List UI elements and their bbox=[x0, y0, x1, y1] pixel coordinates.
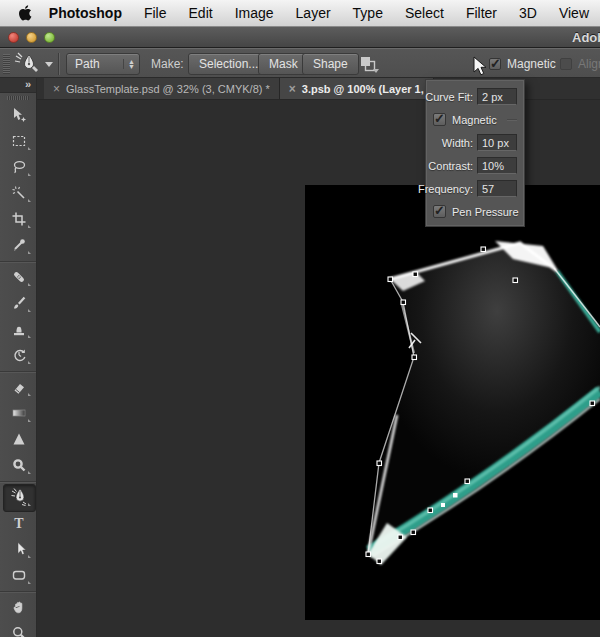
apple-logo-icon[interactable] bbox=[12, 5, 38, 21]
tab-label: 3.psb @ 100% (Layer 1, bbox=[302, 83, 424, 95]
eyedropper-tool-icon bbox=[11, 237, 27, 253]
magnetic-pen-icon[interactable] bbox=[13, 53, 41, 75]
marquee-tool-icon bbox=[11, 133, 27, 149]
history-brush-tool[interactable] bbox=[0, 342, 37, 368]
document-tab-1[interactable]: ×GlassTemplate.psd @ 32% (3, CMYK/8) * bbox=[44, 78, 280, 99]
zoom-tool[interactable] bbox=[0, 620, 37, 637]
subtool-triangle-icon bbox=[28, 335, 31, 338]
checkbox-checked-icon[interactable] bbox=[489, 58, 501, 70]
crop-tool[interactable] bbox=[0, 206, 37, 232]
select-stepper-icon: ▲▼ bbox=[123, 59, 135, 69]
width-input[interactable] bbox=[477, 134, 517, 151]
panel-rule bbox=[507, 119, 517, 120]
gradient-tool[interactable] bbox=[0, 400, 37, 426]
path-selection-tool-icon bbox=[11, 541, 27, 557]
history-brush-tool-icon bbox=[11, 347, 27, 363]
tab-close-icon[interactable]: × bbox=[53, 82, 60, 96]
document-canvas[interactable] bbox=[305, 185, 600, 620]
pen-tool-icon bbox=[10, 487, 28, 507]
pen-tool[interactable] bbox=[0, 484, 37, 510]
marquee-tool[interactable] bbox=[0, 128, 37, 154]
subtool-triangle-icon bbox=[28, 309, 31, 312]
menu-item-select[interactable]: Select bbox=[394, 0, 455, 27]
frequency-input[interactable] bbox=[477, 180, 517, 197]
tools-panel-grip[interactable] bbox=[0, 93, 36, 102]
shape-tool[interactable] bbox=[0, 562, 37, 588]
menu-item-file[interactable]: File bbox=[133, 0, 178, 27]
svg-text:T: T bbox=[14, 516, 24, 531]
menu-item-type[interactable]: Type bbox=[342, 0, 394, 27]
tab-close-icon[interactable]: × bbox=[289, 82, 296, 96]
blur-tool-icon bbox=[11, 431, 27, 447]
eyedropper-tool[interactable] bbox=[0, 232, 37, 258]
double-chevron-icon[interactable]: » bbox=[0, 78, 36, 93]
menu-item-3d[interactable]: 3D bbox=[508, 0, 548, 27]
brush-tool[interactable] bbox=[0, 290, 37, 316]
magnetic-checkbox[interactable] bbox=[433, 113, 446, 126]
align-edges-checkbox: Align E bbox=[560, 53, 600, 75]
subtool-triangle-icon bbox=[28, 283, 31, 286]
eraser-tool[interactable] bbox=[0, 374, 37, 400]
width-label: Width: bbox=[442, 137, 473, 149]
subtool-triangle-icon bbox=[28, 419, 31, 422]
magnetic-label: Magnetic bbox=[452, 114, 497, 126]
frequency-label: Frequency: bbox=[418, 183, 473, 195]
magnetic-pen-options-panel: Curve Fit:MagneticWidth:Contrast:Frequen… bbox=[425, 79, 525, 227]
make-shape-button[interactable]: Shape bbox=[302, 53, 359, 75]
menu-item-image[interactable]: Image bbox=[224, 0, 285, 27]
blur-tool[interactable] bbox=[0, 426, 37, 452]
type-tool[interactable]: T bbox=[0, 510, 37, 536]
subtool-triangle-icon bbox=[28, 503, 31, 506]
menu-item-photoshop[interactable]: Photoshop bbox=[38, 0, 133, 27]
path-operations-icon[interactable] bbox=[356, 53, 380, 75]
hand-tool[interactable] bbox=[0, 594, 37, 620]
magnetic-checkbox-label: Magnetic bbox=[507, 57, 556, 71]
path-selection-tool[interactable] bbox=[0, 536, 37, 562]
curve-fit-input[interactable] bbox=[477, 88, 517, 105]
contrast-input[interactable] bbox=[477, 157, 517, 174]
magic-wand-tool-icon bbox=[11, 185, 27, 201]
close-window-button[interactable] bbox=[8, 32, 19, 43]
brush-tool-icon bbox=[11, 295, 27, 311]
tools-panel: » T bbox=[0, 78, 37, 637]
document-tab-2[interactable]: ×3.psb @ 100% (Layer 1, bbox=[280, 78, 434, 99]
move-tool-icon bbox=[11, 107, 27, 123]
panel-row-width: Width: bbox=[426, 131, 524, 154]
lasso-tool[interactable] bbox=[0, 154, 37, 180]
panel-row-pen-pressure: Pen Pressure bbox=[426, 200, 524, 223]
chevron-down-icon[interactable] bbox=[45, 53, 53, 75]
tab-label: GlassTemplate.psd @ 32% (3, CMYK/8) * bbox=[66, 83, 270, 95]
glass-shard-image bbox=[305, 185, 600, 620]
tools-list: T bbox=[0, 102, 36, 637]
menu-item-layer[interactable]: Layer bbox=[285, 0, 342, 27]
window-title: Adob bbox=[572, 30, 600, 45]
pen-pressure-checkbox[interactable] bbox=[433, 205, 446, 218]
pick-tool-mode-select[interactable]: Path ▲▼ bbox=[66, 53, 140, 75]
menu-items: PhotoshopFileEditImageLayerTypeSelectFil… bbox=[38, 0, 600, 27]
hand-tool-icon bbox=[11, 599, 27, 615]
clone-stamp-tool[interactable] bbox=[0, 316, 37, 342]
zoom-window-button[interactable] bbox=[44, 32, 55, 43]
pen-pressure-label: Pen Pressure bbox=[452, 206, 519, 218]
type-tool-icon: T bbox=[11, 515, 27, 531]
zoom-tool-icon bbox=[11, 625, 27, 637]
panel-row-frequency: Frequency: bbox=[426, 177, 524, 200]
options-bar-grip[interactable] bbox=[3, 54, 10, 74]
menu-item-edit[interactable]: Edit bbox=[178, 0, 224, 27]
magic-wand-tool[interactable] bbox=[0, 180, 37, 206]
minimize-window-button[interactable] bbox=[26, 32, 37, 43]
crop-tool-icon bbox=[11, 211, 27, 227]
subtool-triangle-icon bbox=[28, 393, 31, 396]
healing-brush-tool[interactable] bbox=[0, 264, 37, 290]
subtool-triangle-icon bbox=[28, 199, 31, 202]
window-title-bar[interactable]: Adob bbox=[0, 27, 600, 48]
move-tool[interactable] bbox=[0, 102, 37, 128]
dodge-tool-icon bbox=[11, 457, 27, 473]
magnetic-checkbox[interactable]: Magnetic bbox=[489, 53, 556, 75]
dodge-tool[interactable] bbox=[0, 452, 37, 478]
menu-item-view[interactable]: View bbox=[548, 0, 600, 27]
align-edges-label: Align E bbox=[578, 57, 600, 71]
tool-mode-value: Path bbox=[75, 57, 100, 71]
mouse-cursor-icon bbox=[473, 56, 488, 81]
menu-item-filter[interactable]: Filter bbox=[455, 0, 508, 27]
